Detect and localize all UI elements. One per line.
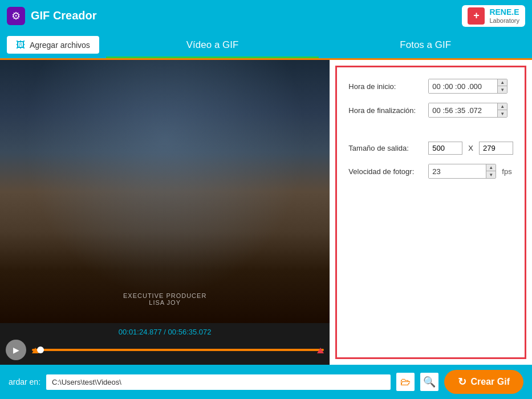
scene-overlay <box>0 60 330 323</box>
output-size-label: Tamaño de salida: <box>348 144 423 152</box>
start-time-input[interactable]: ▲ ▼ <box>428 79 507 94</box>
end-time-label: Hora de finalización: <box>348 106 423 115</box>
tab-photos-gif[interactable]: Fotos a GIF <box>319 31 532 58</box>
start-time-spinner: ▲ ▼ <box>497 79 507 93</box>
fps-up[interactable]: ▲ <box>486 164 496 171</box>
create-gif-icon: ↻ <box>458 376 466 388</box>
start-time-row: Hora de inicio: ▲ ▼ <box>348 79 513 94</box>
play-button[interactable]: ▶ <box>6 340 26 360</box>
scrubber[interactable] <box>32 344 324 356</box>
fps-field[interactable] <box>429 164 486 178</box>
add-files-icon: 🖼 <box>16 40 25 50</box>
logo-area: + RENE.E Laboratory <box>462 5 525 27</box>
scrubber-track <box>32 349 324 351</box>
create-gif-label: Crear Gif <box>471 377 510 387</box>
main-content: EXECUTIVE PRODUCER LISA JOY 00:01:24.877… <box>0 60 532 365</box>
end-time-row: Hora de finalización: ▲ ▼ <box>348 103 513 118</box>
titlebar: ⚙ GIF Creador + RENE.E Laboratory <box>0 0 532 31</box>
time-display: 00:01:24.877 / 00:56:35.072 <box>119 328 212 336</box>
folder-icon-button[interactable]: 🗁 <box>396 373 415 391</box>
end-time-up[interactable]: ▲ <box>498 103 507 110</box>
fps-label: Velocidad de fotogr: <box>348 167 423 176</box>
app-icon: ⚙ <box>7 7 25 25</box>
save-label: ardar en: <box>9 377 40 386</box>
credits-line2: LISA JOY <box>0 299 330 306</box>
fps-input[interactable]: ▲ ▼ <box>428 164 496 179</box>
add-files-button[interactable]: 🖼 Agregar archivos <box>7 36 99 54</box>
app-title: GIF Creador <box>31 9 97 22</box>
save-path-input[interactable] <box>46 374 390 390</box>
video-background: EXECUTIVE PRODUCER LISA JOY <box>0 60 330 323</box>
controls-row: ▶ <box>6 340 324 360</box>
create-gif-button[interactable]: ↻ Crear Gif <box>444 370 523 394</box>
start-time-label: Hora de inicio: <box>348 82 423 91</box>
video-preview: EXECUTIVE PRODUCER LISA JOY <box>0 60 330 323</box>
start-time-field[interactable] <box>429 79 497 93</box>
height-field[interactable] <box>479 142 513 155</box>
fps-down[interactable]: ▼ <box>486 171 496 178</box>
start-time-down[interactable]: ▼ <box>498 86 507 93</box>
tabs: Vídeo a GIF Fotos a GIF <box>106 31 532 58</box>
navbar: 🖼 Agregar archivos Vídeo a GIF Fotos a G… <box>0 31 532 60</box>
end-time-field[interactable] <box>429 103 497 117</box>
end-time-down[interactable]: ▼ <box>498 110 507 117</box>
scrubber-thumb <box>37 346 44 353</box>
logo-cross-icon: + <box>468 7 485 25</box>
tab-video-gif[interactable]: Vídeo a GIF <box>106 31 319 58</box>
timeline: 00:01:24.877 / 00:56:35.072 ▶ <box>0 323 330 365</box>
search-icon-button[interactable]: 🔍 <box>420 373 438 391</box>
scrubber-right-marker <box>317 348 324 353</box>
spacer <box>348 127 513 132</box>
credits-line1: EXECUTIVE PRODUCER <box>0 292 330 299</box>
fps-spinner: ▲ ▼ <box>486 164 496 178</box>
start-time-up[interactable]: ▲ <box>498 79 507 86</box>
logo-brand: RENE.E <box>489 7 519 17</box>
logo-text-block: RENE.E Laboratory <box>489 7 519 24</box>
fps-row: Velocidad de fotogr: ▲ ▼ fps <box>348 164 513 179</box>
end-time-spinner: ▲ ▼ <box>497 103 507 117</box>
fps-unit: fps <box>502 167 511 176</box>
video-credits: EXECUTIVE PRODUCER LISA JOY <box>0 292 330 306</box>
settings-panel: Hora de inicio: ▲ ▼ Hora de finalización… <box>335 66 526 359</box>
width-field[interactable] <box>428 142 462 155</box>
video-area: EXECUTIVE PRODUCER LISA JOY 00:01:24.877… <box>0 60 330 365</box>
x-separator: X <box>468 144 473 152</box>
add-files-label: Agregar archivos <box>30 41 90 50</box>
output-size-row: Tamaño de salida: X <box>348 142 513 155</box>
bottombar: ardar en: 🗁 🔍 ↻ Crear Gif <box>0 365 532 399</box>
titlebar-left: ⚙ GIF Creador <box>7 7 97 25</box>
end-time-input[interactable]: ▲ ▼ <box>428 103 507 118</box>
logo-sub: Laboratory <box>489 17 519 24</box>
